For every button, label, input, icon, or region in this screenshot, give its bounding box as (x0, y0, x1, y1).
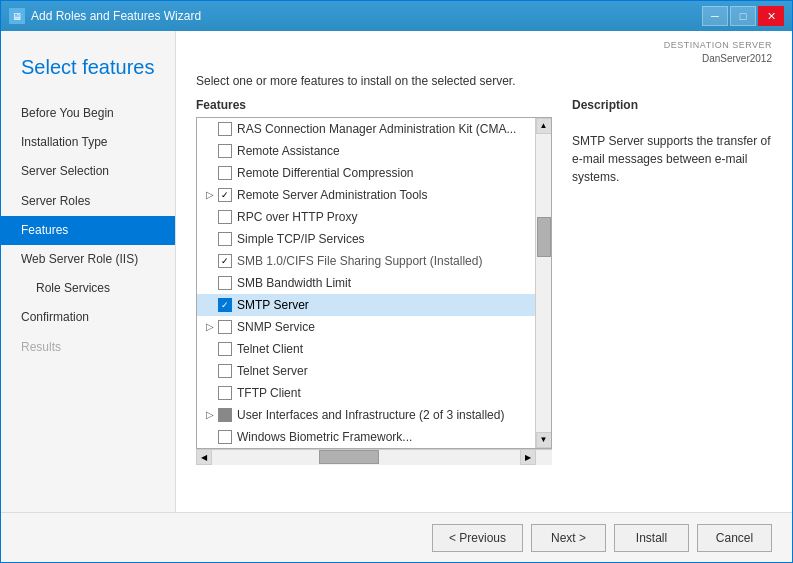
expand-icon (202, 297, 218, 313)
list-item[interactable]: TFTP Client (197, 382, 535, 404)
feature-label: Simple TCP/IP Services (237, 232, 530, 246)
feature-label: SNMP Service (237, 320, 530, 334)
expand-icon (202, 143, 218, 159)
features-list-container: RAS Connection Manager Administration Ki… (196, 117, 552, 449)
title-controls: ─ □ ✕ (702, 6, 784, 26)
list-item[interactable]: Telnet Client (197, 338, 535, 360)
vertical-scrollbar[interactable]: ▲ ▼ (535, 118, 551, 448)
list-item-smtp[interactable]: ✓ SMTP Server (197, 294, 535, 316)
scroll-up-arrow[interactable]: ▲ (536, 118, 552, 134)
checkbox-checked[interactable]: ✓ (218, 188, 232, 202)
list-item[interactable]: RAS Connection Manager Administration Ki… (197, 118, 535, 140)
main-window: 🖥 Add Roles and Features Wizard ─ □ ✕ Se… (0, 0, 793, 563)
feature-label: Remote Server Administration Tools (237, 188, 530, 202)
feature-label: SMB 1.0/CIFS File Sharing Support (Insta… (237, 254, 530, 268)
expand-icon (202, 165, 218, 181)
expand-icon (202, 429, 218, 445)
sidebar-item-role-services[interactable]: Role Services (1, 274, 175, 303)
features-list-wrapper: RAS Connection Manager Administration Ki… (196, 117, 552, 502)
sidebar-item-web-server-role[interactable]: Web Server Role (IIS) (1, 245, 175, 274)
sidebar-item-before-you-begin[interactable]: Before You Begin (1, 99, 175, 128)
feature-label: TFTP Client (237, 386, 530, 400)
expand-icon (202, 275, 218, 291)
expand-icon (202, 121, 218, 137)
feature-label: SMTP Server (237, 298, 530, 312)
close-button[interactable]: ✕ (758, 6, 784, 26)
scroll-thumb[interactable] (537, 217, 551, 257)
cancel-button[interactable]: Cancel (697, 524, 772, 552)
window-title: Add Roles and Features Wizard (31, 9, 201, 23)
scroll-down-arrow[interactable]: ▼ (536, 432, 552, 448)
window-icon: 🖥 (9, 8, 25, 24)
checkbox[interactable] (218, 144, 232, 158)
description-column: Description SMTP Server supports the tra… (572, 98, 772, 502)
sidebar-item-server-roles[interactable]: Server Roles (1, 187, 175, 216)
checkbox[interactable] (218, 232, 232, 246)
feature-label: User Interfaces and Infrastructure (2 of… (237, 408, 530, 422)
expand-icon: ▷ (202, 187, 218, 203)
checkbox[interactable] (218, 364, 232, 378)
list-item[interactable]: Telnet Server (197, 360, 535, 382)
list-item[interactable]: Remote Assistance (197, 140, 535, 162)
restore-button[interactable]: □ (730, 6, 756, 26)
sidebar-item-features[interactable]: Features (1, 216, 175, 245)
checkbox[interactable] (218, 276, 232, 290)
title-bar-left: 🖥 Add Roles and Features Wizard (9, 8, 201, 24)
features-column: Features RAS Connection Manager Admini (196, 98, 552, 502)
list-item[interactable]: ✓ SMB 1.0/CIFS File Sharing Support (Ins… (197, 250, 535, 272)
install-button[interactable]: Install (614, 524, 689, 552)
list-item[interactable]: SMB Bandwidth Limit (197, 272, 535, 294)
checkbox[interactable] (218, 166, 232, 180)
expand-icon (202, 341, 218, 357)
page-title: Select features (1, 41, 175, 94)
horiz-scroll-thumb[interactable] (319, 450, 379, 464)
sidebar-item-confirmation[interactable]: Confirmation (1, 303, 175, 332)
description-box: SMTP Server supports the transfer of e-m… (572, 132, 772, 186)
destination-server-name: DanServer2012 (196, 52, 772, 66)
next-button[interactable]: Next > (531, 524, 606, 552)
main-content: Select features Before You Begin Install… (1, 31, 792, 512)
features-list[interactable]: RAS Connection Manager Administration Ki… (197, 118, 551, 448)
checkbox[interactable] (218, 386, 232, 400)
list-item[interactable]: ▷ User Interfaces and Infrastructure (2 … (197, 404, 535, 426)
bottom-bar: < Previous Next > Install Cancel (1, 512, 792, 562)
expand-icon (202, 363, 218, 379)
list-item[interactable]: Remote Differential Compression (197, 162, 535, 184)
checkbox[interactable] (218, 342, 232, 356)
expand-icon: ▷ (202, 319, 218, 335)
previous-button[interactable]: < Previous (432, 524, 523, 552)
list-item[interactable]: RPC over HTTP Proxy (197, 206, 535, 228)
destination-label: DESTINATION SERVER (196, 39, 772, 52)
list-item[interactable]: ▷ SNMP Service (197, 316, 535, 338)
expand-icon (202, 385, 218, 401)
scroll-left-arrow[interactable]: ◀ (196, 449, 212, 465)
expand-icon (202, 231, 218, 247)
checkbox-checked[interactable]: ✓ (218, 298, 232, 312)
feature-label: RAS Connection Manager Administration Ki… (237, 122, 530, 136)
instruction-text: Select one or more features to install o… (196, 74, 772, 88)
two-column-layout: Features RAS Connection Manager Admini (196, 98, 772, 502)
sidebar: Select features Before You Begin Install… (1, 31, 176, 512)
checkbox[interactable] (218, 430, 232, 444)
panel-body: Select one or more features to install o… (176, 74, 792, 512)
list-item[interactable]: ▷ ✓ Remote Server Administration Tools (197, 184, 535, 206)
minimize-button[interactable]: ─ (702, 6, 728, 26)
horizontal-scrollbar[interactable]: ◀ ▶ (196, 449, 552, 465)
checkbox[interactable] (218, 122, 232, 136)
sidebar-item-results: Results (1, 333, 175, 362)
description-header: Description (572, 98, 772, 112)
sidebar-item-installation-type[interactable]: Installation Type (1, 128, 175, 157)
checkbox-checked[interactable]: ✓ (218, 254, 232, 268)
checkbox-partial[interactable] (218, 408, 232, 422)
checkbox[interactable] (218, 210, 232, 224)
list-item[interactable]: Windows Biometric Framework... (197, 426, 535, 448)
sidebar-nav: Before You Begin Installation Type Serve… (1, 99, 175, 362)
feature-label: Telnet Client (237, 342, 530, 356)
list-item[interactable]: Simple TCP/IP Services (197, 228, 535, 250)
sidebar-item-server-selection[interactable]: Server Selection (1, 157, 175, 186)
feature-label: RPC over HTTP Proxy (237, 210, 530, 224)
scroll-right-arrow[interactable]: ▶ (520, 449, 536, 465)
expand-icon: ▷ (202, 407, 218, 423)
feature-label: SMB Bandwidth Limit (237, 276, 530, 290)
checkbox[interactable] (218, 320, 232, 334)
